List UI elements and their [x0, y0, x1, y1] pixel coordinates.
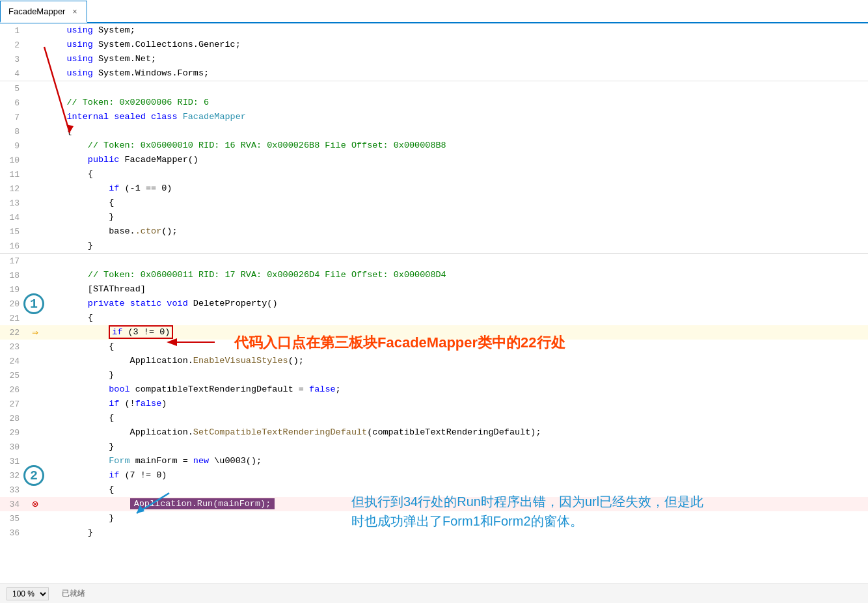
line-content: bool compatibleTextRenderingDefault = fa…	[44, 382, 868, 397]
zoom-select[interactable]: 50 % 75 % 100 % 125 % 150 % 200 %	[7, 587, 49, 600]
line-number: 20	[0, 299, 26, 309]
line-content: internal sealed class FacadeMapper	[44, 110, 868, 124]
table-row: 15 base..ctor();	[0, 224, 868, 239]
line-number: 14	[0, 213, 26, 222]
table-row: 28 {	[0, 411, 868, 425]
line-number: 15	[0, 227, 26, 237]
line-number: 27	[0, 399, 26, 409]
table-row: 22 ⇒ if (3 != 0)	[0, 325, 868, 340]
line-number: 28	[0, 414, 26, 423]
table-row: 26 bool compatibleTextRenderingDefault =…	[0, 382, 868, 397]
line-number: 5	[0, 84, 26, 94]
line-gutter: ⊗	[26, 498, 44, 511]
line-number: 18	[0, 271, 26, 280]
table-row: 16 }	[0, 239, 868, 253]
line-content: {	[44, 311, 868, 325]
zoom-control[interactable]: 50 % 75 % 100 % 125 % 150 % 200 %	[7, 587, 49, 600]
line-content: if (-1 == 0)	[44, 181, 868, 196]
status-text: 已就绪	[62, 588, 85, 599]
line-content: Application.SetCompatibleTextRenderingDe…	[44, 425, 868, 440]
line-number: 8	[0, 127, 26, 137]
line-number: 9	[0, 141, 26, 151]
table-row: 3 using System.Net;	[0, 52, 868, 66]
line-content: {	[44, 340, 868, 354]
line-number: 19	[0, 285, 26, 295]
table-row: 12 if (-1 == 0)	[0, 181, 868, 196]
tab-label: FacadeMapper	[8, 7, 65, 16]
table-row: 17	[0, 254, 868, 268]
line-number: 24	[0, 356, 26, 366]
line-number: 33	[0, 485, 26, 495]
line-content: private static void DeleteProperty()	[44, 297, 868, 311]
line-number: 2	[0, 40, 26, 50]
table-row: 35 }	[0, 511, 868, 526]
table-row: 20 1 private static void DeleteProperty(…	[0, 297, 868, 311]
line-content: {	[44, 411, 868, 425]
line-content: {	[44, 124, 868, 139]
line-number: 1	[0, 26, 26, 36]
line-content: Application.EnableVisualStyles();	[44, 354, 868, 368]
line-number: 29	[0, 428, 26, 438]
line-content: Form mainForm = new \u0003();	[44, 454, 868, 468]
line-content: {	[44, 483, 868, 497]
table-row: 29 Application.SetCompatibleTextRenderin…	[0, 425, 868, 440]
table-row: 25 }	[0, 368, 868, 382]
tab-bar: FacadeMapper ×	[0, 0, 868, 23]
line-content: {	[44, 196, 868, 210]
line-number: 16	[0, 241, 26, 251]
table-row: 24 Application.EnableVisualStyles();	[0, 354, 868, 368]
line-number: 12	[0, 184, 26, 194]
table-row: 19 [STAThread]	[0, 282, 868, 297]
table-row: 11 {	[0, 167, 868, 181]
line-content: using System;	[44, 23, 868, 38]
line-number: 26	[0, 385, 26, 395]
line-content: using System.Collections.Generic;	[44, 38, 868, 52]
line-content: if (3 != 0)	[44, 325, 868, 340]
table-row: 9 // Token: 0x06000010 RID: 16 RVA: 0x00…	[0, 139, 868, 153]
line-number: 22	[0, 328, 26, 338]
table-row: 27 if (!false)	[0, 397, 868, 411]
table-row: 4 using System.Windows.Forms;	[0, 66, 868, 81]
table-row: 32 2 if (7 != 0)	[0, 468, 868, 483]
line-number: 31	[0, 457, 26, 466]
table-row: 23 {	[0, 340, 868, 354]
line-content: using System.Net;	[44, 52, 868, 66]
table-row: 13 {	[0, 196, 868, 210]
line-number: 13	[0, 198, 26, 208]
table-row: 31 Form mainForm = new \u0003();	[0, 454, 868, 468]
line-number: 3	[0, 55, 26, 64]
line-number: 30	[0, 442, 26, 452]
line-content: }	[44, 368, 868, 382]
table-row: 33 {	[0, 483, 868, 497]
line-content: // Token: 0x02000006 RID: 6	[44, 96, 868, 110]
line-content: Application.Run(mainForm);	[44, 497, 868, 511]
line-gutter: ⇒	[26, 326, 44, 339]
table-row: 6 // Token: 0x02000006 RID: 6	[0, 96, 868, 110]
line-content: [STAThread]	[44, 282, 868, 297]
table-row: 21 {	[0, 311, 868, 325]
line-content: public FacadeMapper()	[44, 153, 868, 167]
line-number: 6	[0, 98, 26, 108]
tab-facademapper[interactable]: FacadeMapper ×	[0, 1, 87, 23]
table-row: 36 }	[0, 526, 868, 540]
table-row: 8 {	[0, 124, 868, 139]
line-content: }	[44, 210, 868, 224]
line-content: }	[44, 440, 868, 454]
table-row: 7 internal sealed class FacadeMapper	[0, 110, 868, 124]
line-number: 35	[0, 514, 26, 524]
tab-close-button[interactable]: ×	[70, 7, 79, 17]
table-row: 1 using System;	[0, 23, 868, 38]
line-content: {	[44, 167, 868, 181]
line-content: base..ctor();	[44, 224, 868, 239]
line-number: 23	[0, 342, 26, 352]
table-row: 30 }	[0, 440, 868, 454]
line-content: }	[44, 511, 868, 526]
table-row: 10 public FacadeMapper()	[0, 153, 868, 167]
line-content: }	[44, 526, 868, 540]
line-number: 4	[0, 69, 26, 79]
line-number: 36	[0, 528, 26, 538]
line-number: 10	[0, 155, 26, 165]
line-content: using System.Windows.Forms;	[44, 66, 868, 81]
line-number: 7	[0, 113, 26, 122]
line-number: 17	[0, 256, 26, 266]
